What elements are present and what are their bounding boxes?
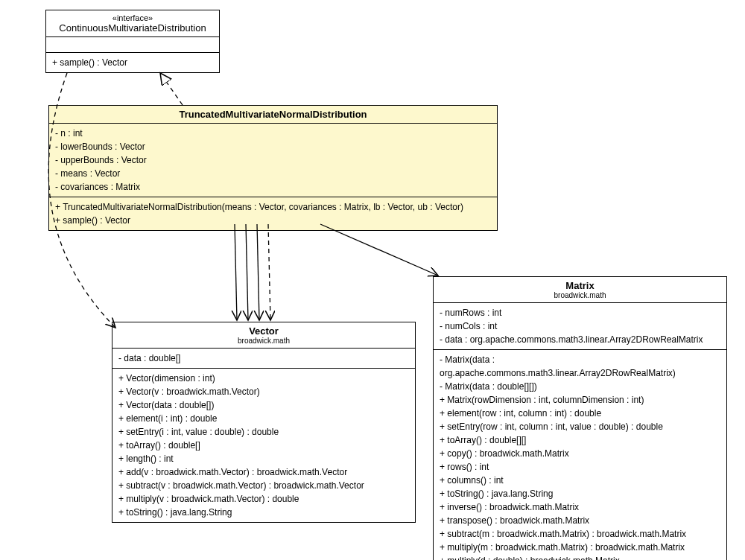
vector-attr-section: - data : double[]	[112, 349, 415, 369]
method-row: + element(i : int) : double	[118, 412, 409, 425]
method-row: + subtract(m : broadwick.math.Matrix) : …	[440, 527, 720, 541]
interface-class-box: «interface» ContinuousMultivariateDistri…	[45, 10, 220, 73]
vector-header: Vector broadwick.math	[112, 322, 415, 349]
interface-stereotype: «interface»	[52, 13, 213, 22]
method-row: + toArray() : double[][]	[440, 433, 720, 447]
truncated-attr-section: - n : int - lowerBounds : Vector - upper…	[49, 124, 497, 197]
method-row: + multiply(m : broadwick.math.Matrix) : …	[440, 541, 720, 554]
method-row: - Matrix(data : double[][])	[440, 380, 720, 393]
vector-package: broadwick.math	[118, 337, 409, 345]
matrix-header: Matrix broadwick.math	[434, 277, 726, 303]
method-row: + copy() : broadwick.math.Matrix	[440, 447, 720, 460]
dependency-line	[268, 224, 270, 320]
association-line	[235, 224, 237, 320]
method-row: + columns() : int	[440, 474, 720, 487]
interface-method-section: + sample() : Vector	[46, 53, 219, 72]
method-row: + sample() : Vector	[55, 214, 491, 227]
method-row: + Matrix(rowDimension : int, columnDimen…	[440, 393, 720, 407]
method-row: + subtract(v : broadwick.math.Vector) : …	[118, 479, 409, 492]
truncated-class-box: TruncatedMultivariateNormalDistribution …	[48, 105, 498, 231]
method-row: + setEntry(i : int, value : double) : do…	[118, 425, 409, 439]
method-row: + setEntry(row : int, column : int, valu…	[440, 420, 720, 433]
attr-row: - numRows : int	[440, 306, 720, 319]
method-row: + toString() : java.lang.String	[440, 487, 720, 500]
attr-row: - numCols : int	[440, 319, 720, 333]
attr-row: - data : double[]	[118, 351, 409, 365]
interface-attr-section	[46, 37, 219, 53]
matrix-name: Matrix	[440, 280, 720, 291]
attr-row: - covariances : Matrix	[55, 180, 491, 194]
attr-row: - upperBounds : Vector	[55, 153, 491, 167]
matrix-class-box: Matrix broadwick.math - numRows : int - …	[433, 276, 727, 560]
association-line	[246, 224, 248, 320]
method-row: + length() : int	[118, 452, 409, 465]
method-row: + add(v : broadwick.math.Vector) : broad…	[118, 465, 409, 479]
realization-line	[160, 73, 183, 105]
method-row: + toString() : java.lang.String	[118, 506, 409, 519]
method-row: + transpose() : broadwick.math.Matrix	[440, 514, 720, 527]
interface-name: ContinuousMultivariateDistribution	[52, 22, 213, 34]
matrix-method-section: - Matrix(data : org.apache.commons.math3…	[434, 350, 726, 560]
vector-name: Vector	[118, 325, 409, 337]
method-row: + Vector(data : double[])	[118, 398, 409, 412]
matrix-attr-section: - numRows : int - numCols : int - data :…	[434, 303, 726, 350]
truncated-header: TruncatedMultivariateNormalDistribution	[49, 106, 497, 124]
method-row: + TruncatedMultivariateNormalDistributio…	[55, 200, 491, 214]
method-row: + inverse() : broadwick.math.Matrix	[440, 500, 720, 514]
attr-row: - lowerBounds : Vector	[55, 140, 491, 153]
interface-header: «interface» ContinuousMultivariateDistri…	[46, 10, 219, 37]
method-row: + sample() : Vector	[52, 56, 213, 69]
vector-method-section: + Vector(dimension : int) + Vector(v : b…	[112, 369, 415, 522]
method-row: + Vector(dimension : int)	[118, 372, 409, 385]
method-row: + element(row : int, column : int) : dou…	[440, 407, 720, 420]
association-line	[320, 224, 438, 276]
attr-row: - data : org.apache.commons.math3.linear…	[440, 333, 720, 346]
matrix-package: broadwick.math	[440, 291, 720, 299]
attr-row: - means : Vector	[55, 167, 491, 180]
method-row: - Matrix(data : org.apache.commons.math3…	[440, 353, 720, 380]
association-line	[257, 224, 259, 320]
method-row: + multiply(v : broadwick.math.Vector) : …	[118, 492, 409, 506]
method-row: + toArray() : double[]	[118, 439, 409, 452]
method-row: + multiply(d : double) : broadwick.math.…	[440, 554, 720, 560]
truncated-name: TruncatedMultivariateNormalDistribution	[55, 109, 491, 120]
truncated-method-section: + TruncatedMultivariateNormalDistributio…	[49, 197, 497, 230]
vector-class-box: Vector broadwick.math - data : double[] …	[112, 322, 416, 523]
method-row: + Vector(v : broadwick.math.Vector)	[118, 385, 409, 398]
method-row: + rows() : int	[440, 460, 720, 474]
attr-row: - n : int	[55, 127, 491, 140]
